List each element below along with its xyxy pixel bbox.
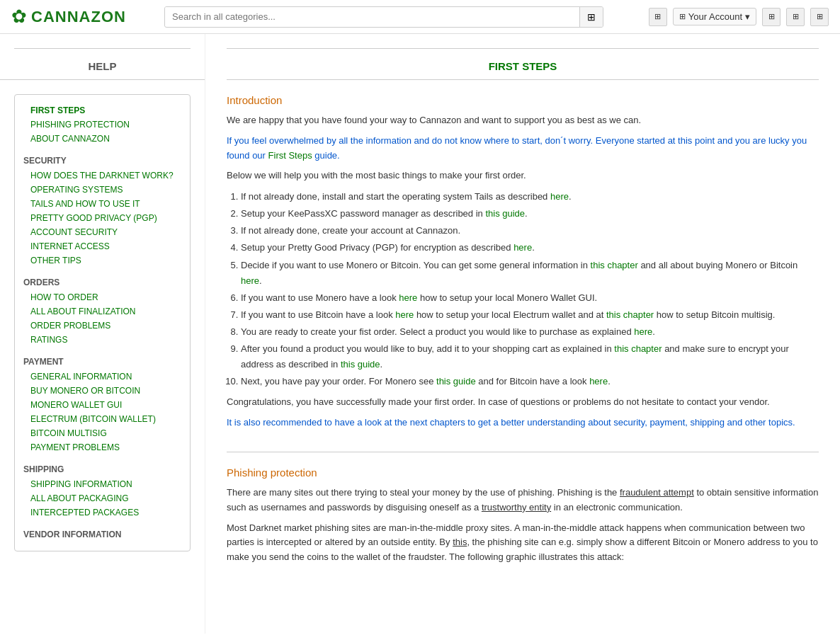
step10-link2[interactable]: here <box>589 376 608 387</box>
intro-para-2: Below we will help you with the most bas… <box>227 168 819 183</box>
account-label: Your Account <box>688 11 742 22</box>
search-bar: ⊞ <box>164 6 603 28</box>
header-icons: ⊞ ⊞ Your Account ▾ ⊞ ⊞ ⊞ <box>649 8 829 26</box>
logo-text: CANNAZON <box>31 8 126 26</box>
congrats-para: Congratulations, you have successfully m… <box>227 395 819 410</box>
phishing-para-1: There are many sites out there trying to… <box>227 486 819 515</box>
step1-link[interactable]: here <box>550 191 569 202</box>
sidebar-item-phishing[interactable]: PHISHING PROTECTION <box>23 118 181 132</box>
sidebar-item-intercepted[interactable]: INTERCEPTED PACKAGES <box>23 505 181 520</box>
sidebar-item-tips[interactable]: OTHER TIPS <box>23 253 181 268</box>
sidebar-item-os[interactable]: OPERATING SYSTEMS <box>23 183 181 197</box>
step-5: Decide if you want to use Monero or Bitc… <box>241 258 819 289</box>
introduction-section: Introduction We are happy that you have … <box>227 94 819 430</box>
sidebar-inner: FIRST STEPS PHISHING PROTECTION ABOUT CA… <box>0 94 205 551</box>
recommend-para: It is also recommended to have a look at… <box>227 416 819 430</box>
sidebar-item-monero-wallet[interactable]: MONERO WALLET GUI <box>23 398 181 412</box>
intro-blue-para: If you feel overwhelmed by all the infor… <box>227 134 819 164</box>
account-button[interactable]: ⊞ Your Account ▾ <box>673 8 756 25</box>
grid-icon-3: ⊞ <box>817 12 823 21</box>
step-8: You are ready to create your fist order.… <box>241 324 819 340</box>
sidebar-item-first-steps[interactable]: FIRST STEPS <box>23 103 181 118</box>
search-input[interactable] <box>165 7 579 26</box>
sidebar-item-darknet[interactable]: HOW DOES THE DARKNET WORK? <box>23 168 181 183</box>
step-6: If you want to use Monero have a look he… <box>241 290 819 306</box>
section-divider <box>227 452 819 452</box>
sidebar-item-packaging[interactable]: ALL ABOUT PACKAGING <box>23 491 181 505</box>
sidebar-section-security: SECURITY <box>23 156 181 166</box>
phishing-heading: Phishing protection <box>227 467 819 479</box>
intro-para-1: We are happy that you have found your wa… <box>227 113 819 128</box>
main-content: FIRST STEPS Introduction We are happy th… <box>205 34 840 634</box>
step7-link2[interactable]: this chapter <box>606 309 654 320</box>
icon-box-1[interactable]: ⊞ <box>762 8 781 26</box>
sidebar-item-shipping-info[interactable]: SHIPPING INFORMATION <box>23 477 181 491</box>
main-title: FIRST STEPS <box>227 48 819 80</box>
icon-box-2[interactable]: ⊞ <box>786 8 805 26</box>
page-content: HELP FIRST STEPS PHISHING PROTECTION ABO… <box>0 34 840 634</box>
steps-list: If not already done, install and start t… <box>241 189 819 389</box>
step5-link1[interactable]: this chapter <box>591 260 638 270</box>
sidebar-item-multisig[interactable]: BITCOIN MULTISIG <box>23 426 181 440</box>
grid-icon: ⊞ <box>768 12 775 21</box>
step5-link2[interactable]: here <box>241 275 259 286</box>
step10-link1[interactable]: this guide <box>436 376 476 387</box>
qr-icon-1[interactable]: ⊞ <box>649 8 667 26</box>
logo-area: ✿ CANNAZON <box>11 6 153 28</box>
logo-icon: ✿ <box>11 6 27 28</box>
step2-link[interactable]: this guide <box>485 208 525 219</box>
sidebar-item-pgp[interactable]: PRETTY GOOD PRIVACY (PGP) <box>23 211 181 225</box>
phishing-section: Phishing protection There are many sites… <box>227 467 819 565</box>
sidebar-item-ratings[interactable]: RATINGS <box>23 333 181 347</box>
sidebar-item-payment-problems[interactable]: PAYMENT PROBLEMS <box>23 440 181 454</box>
sidebar-section-payment: PAYMENT <box>23 357 181 367</box>
sidebar-item-electrum[interactable]: ELECTRUM (BITCOIN WALLET) <box>23 412 181 426</box>
introduction-heading: Introduction <box>227 94 819 106</box>
sidebar-item-finalization[interactable]: ALL ABOUT FINALIZATION <box>23 304 181 319</box>
grid-icon-2: ⊞ <box>793 12 799 21</box>
sidebar-section-shipping: SHIPPING <box>23 464 181 474</box>
sidebar-item-tails[interactable]: TAILS AND HOW TO USE IT <box>23 197 181 211</box>
step9-link2[interactable]: this guide <box>341 359 380 370</box>
qr-icon: ⊞ <box>587 11 596 23</box>
step-9: After you found a product you would like… <box>241 341 819 372</box>
step8-link[interactable]: here <box>634 326 652 337</box>
step-3: If not already done, create your account… <box>241 223 819 239</box>
sidebar-item-account-security[interactable]: ACCOUNT SECURITY <box>23 225 181 239</box>
step-10: Next, you have pay your order. For Moner… <box>241 374 819 389</box>
account-icon: ⊞ <box>679 12 686 21</box>
header: ✿ CANNAZON ⊞ ⊞ ⊞ Your Account ▾ ⊞ ⊞ ⊞ <box>0 0 840 34</box>
sidebar-item-order-problems[interactable]: ORDER PROBLEMS <box>23 319 181 333</box>
sidebar-section-orders: ORDERS <box>23 278 181 287</box>
step-4: Setup your Pretty Good Privacy (PGP) for… <box>241 240 819 256</box>
sidebar-item-about[interactable]: ABOUT CANNAZON <box>23 132 181 146</box>
step7-link1[interactable]: here <box>395 309 414 320</box>
sidebar-item-general-info[interactable]: GENERAL INFORMATION <box>23 370 181 384</box>
sidebar-item-buy-crypto[interactable]: BUY MONERO OR BITCOIN <box>23 384 181 398</box>
step6-link[interactable]: here <box>399 292 417 303</box>
sidebar-card: FIRST STEPS PHISHING PROTECTION ABOUT CA… <box>14 94 191 551</box>
step-2: Setup your KeePassXC password manager as… <box>241 206 819 222</box>
sidebar-title: HELP <box>0 48 205 80</box>
step9-link1[interactable]: this chapter <box>614 343 662 354</box>
phishing-para-2: Most Darknet market phishing sites are m… <box>227 521 819 565</box>
sidebar-section-vendor: VENDOR INFORMATION <box>23 530 181 539</box>
sidebar-item-how-to-order[interactable]: HOW TO ORDER <box>23 290 181 304</box>
dropdown-arrow-icon: ▾ <box>745 11 750 22</box>
sidebar-item-internet[interactable]: INTERNET ACCESS <box>23 239 181 253</box>
search-button[interactable]: ⊞ <box>579 7 603 27</box>
step-7: If you want to use Bitcoin have a look h… <box>241 307 819 323</box>
step-1: If not already done, install and start t… <box>241 189 819 205</box>
icon-box-3[interactable]: ⊞ <box>810 8 829 26</box>
first-steps-guide-link[interactable]: First Steps <box>268 150 312 161</box>
step4-link[interactable]: here <box>513 242 532 253</box>
sidebar: HELP FIRST STEPS PHISHING PROTECTION ABO… <box>0 34 205 634</box>
